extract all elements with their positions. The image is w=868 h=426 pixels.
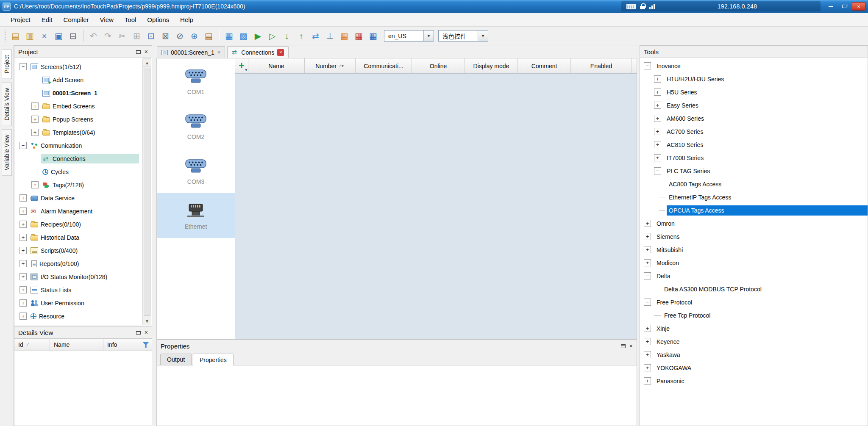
tools-tree-item[interactable]: − Inovance [640, 59, 868, 72]
tools-tree-item[interactable]: + Yaskawa [640, 348, 868, 361]
app-logo-icon[interactable]: ITP [3, 3, 11, 11]
tools-tree-item[interactable]: + YOKOGAWA [640, 361, 868, 374]
tools-tree-item[interactable]: + H1U/H2U/H3U Series [640, 72, 868, 86]
copy-icon[interactable]: ⊞ [130, 29, 143, 42]
float-panel-icon[interactable] [621, 344, 626, 348]
pack-icon[interactable]: ▦ [338, 29, 351, 42]
project-tree-item[interactable]: + Historical Data [14, 231, 152, 244]
expand-toggle-icon[interactable]: + [644, 377, 651, 385]
expand-toggle-icon[interactable]: + [19, 260, 27, 267]
expand-toggle-icon[interactable]: + [654, 154, 661, 161]
dock-tab[interactable]: Project [2, 50, 12, 79]
tools-tree-item[interactable]: − Free Protocol [640, 296, 868, 309]
menu-item[interactable]: Edit [36, 14, 58, 25]
add-connection-button[interactable]: + ▾ [235, 58, 248, 73]
menu-item[interactable]: Project [5, 14, 36, 25]
float-panel-icon[interactable] [136, 50, 141, 54]
expand-toggle-icon[interactable]: + [19, 207, 27, 215]
upload-icon[interactable]: ↑ [295, 29, 308, 42]
project-tree-item[interactable]: + Status Lists [14, 283, 152, 296]
expand-toggle-icon[interactable]: − [19, 63, 27, 70]
expand-toggle-icon[interactable]: + [31, 181, 39, 188]
clipboard-icon[interactable]: ▤ [202, 29, 215, 42]
simulate-icon[interactable]: ▶ [251, 29, 264, 42]
expand-toggle-icon[interactable]: − [19, 142, 27, 149]
project-tree-item[interactable]: + Alarm Management [14, 205, 152, 218]
open-project-icon[interactable]: ▥ [23, 29, 36, 42]
details-column-header[interactable]: Name [50, 339, 103, 351]
connection-type-item[interactable]: COM1 [157, 58, 235, 103]
tools-tree-item[interactable]: + Easy Series [640, 99, 868, 112]
project-tree-item[interactable]: + Scripts(0/400) [14, 244, 152, 257]
expand-toggle-icon[interactable]: + [644, 259, 651, 266]
upload-tool-icon[interactable]: ⊥ [323, 29, 337, 42]
expand-toggle-icon[interactable]: + [654, 115, 661, 122]
compile-icon[interactable]: ▦ [223, 29, 236, 42]
data-pack-icon[interactable]: ▦ [367, 29, 380, 42]
connection-type-item[interactable]: Ethernet [157, 193, 235, 238]
language-combobox[interactable]: en_US ▾ [384, 30, 434, 41]
close-panel-icon[interactable]: × [145, 329, 148, 335]
expand-toggle-icon[interactable]: + [644, 364, 651, 371]
table-column-header[interactable]: Display mode [465, 58, 518, 73]
tools-tree-item[interactable]: EthernetIP Tags Access [640, 191, 868, 204]
tools-tree-item[interactable]: − Delta [640, 269, 868, 282]
redo-icon[interactable]: ↷ [101, 29, 114, 42]
panel-splitter[interactable] [152, 45, 156, 426]
properties-tab[interactable]: Properties [193, 354, 234, 365]
tools-tree-item[interactable]: − PLC TAG Series [640, 164, 868, 177]
tools-tree-item[interactable]: + Panasonic [640, 374, 868, 387]
tools-tree-item[interactable]: Delta AS300 MODBUS TCP Protocol [640, 282, 868, 296]
scroll-up-icon[interactable]: ▲ [143, 58, 151, 67]
tools-tree-item[interactable]: + IT7000 Series [640, 151, 868, 164]
project-tree-item[interactable]: Cycles [14, 165, 152, 178]
expand-toggle-icon[interactable]: + [644, 338, 651, 345]
tab-close-icon[interactable]: × [277, 49, 284, 56]
expand-toggle-icon[interactable]: + [19, 247, 27, 254]
table-column-header[interactable]: Communicati... [356, 58, 412, 73]
expand-toggle-icon[interactable]: + [654, 102, 661, 109]
expand-toggle-icon[interactable]: + [644, 220, 651, 227]
expand-toggle-icon[interactable]: + [19, 221, 27, 228]
tools-tree-item[interactable]: + Xinje [640, 322, 868, 335]
menu-item[interactable]: Compiler [58, 14, 95, 25]
expand-toggle-icon[interactable]: + [19, 286, 27, 293]
expand-toggle-icon[interactable]: − [644, 299, 651, 306]
expand-toggle-icon[interactable]: + [19, 194, 27, 202]
expand-toggle-icon[interactable]: − [654, 167, 661, 174]
project-tree-item[interactable]: + Templates(0/64) [14, 126, 152, 139]
table-column-header[interactable]: Comment [518, 58, 571, 73]
tab-close-icon[interactable]: × [217, 50, 221, 55]
tools-tree-item[interactable]: + Modicon [640, 256, 868, 269]
download-icon[interactable]: ↓ [280, 29, 293, 42]
restore-button[interactable] [838, 2, 850, 11]
table-column-header[interactable]: Name [248, 58, 305, 73]
tools-tree-item[interactable]: + Omron [640, 217, 868, 230]
expand-toggle-icon[interactable]: + [644, 351, 651, 358]
delete-icon[interactable]: ⊠ [159, 29, 172, 42]
expand-toggle-icon[interactable]: + [644, 325, 651, 332]
expand-toggle-icon[interactable]: − [644, 62, 651, 69]
expand-toggle-icon[interactable]: + [654, 89, 661, 96]
project-tree-scrollbar[interactable]: ▲ ▼ [142, 58, 151, 325]
project-tree-item[interactable]: 00001:Screen_1 [14, 86, 152, 100]
table-column-header[interactable]: Enabled [571, 58, 632, 73]
scroll-down-icon[interactable]: ▼ [143, 317, 151, 325]
project-tree-item[interactable]: − Screens(1/512) [14, 60, 152, 73]
expand-toggle-icon[interactable]: − [644, 272, 651, 279]
expand-toggle-icon[interactable]: + [19, 299, 27, 307]
connection-type-item[interactable]: COM3 [157, 148, 235, 193]
expand-toggle-icon[interactable]: + [654, 128, 661, 135]
dropdown-arrow-icon[interactable]: ▾ [423, 30, 434, 41]
tools-tree-item[interactable]: + Mitsubishi [640, 243, 868, 256]
project-tree-item[interactable]: + Data Service [14, 191, 152, 205]
tools-tree-item[interactable]: + Siemens [640, 230, 868, 243]
project-tree-item[interactable]: Add Screen [14, 73, 152, 86]
table-column-header[interactable]: Online [412, 58, 465, 73]
expand-toggle-icon[interactable]: + [654, 75, 661, 83]
project-tree-item[interactable]: + I/O Status Monitor(0/128) [14, 270, 152, 283]
expand-toggle-icon[interactable]: + [644, 233, 651, 240]
cut-icon[interactable]: ✂ [116, 29, 129, 42]
project-tree-item[interactable]: − Communication [14, 139, 152, 152]
tools-tree-item[interactable]: + Keyence [640, 335, 868, 348]
